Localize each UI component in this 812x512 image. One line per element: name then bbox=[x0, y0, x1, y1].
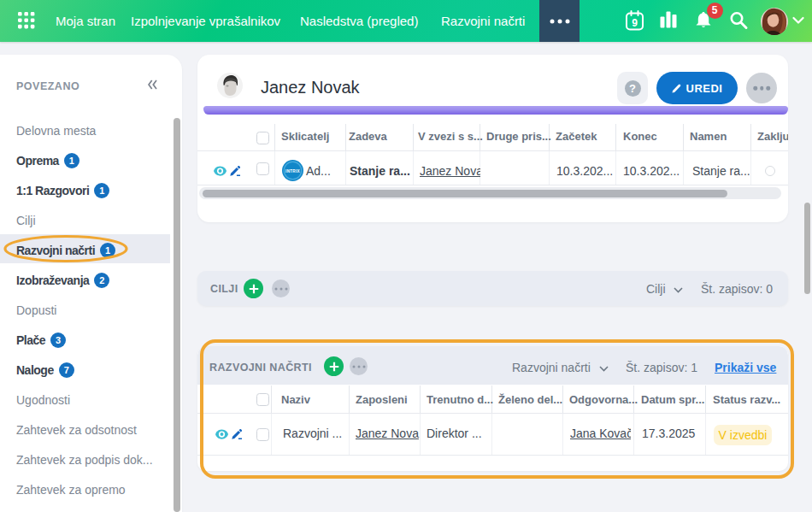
svg-text:9: 9 bbox=[632, 17, 638, 29]
svg-text:INTRIX: INTRIX bbox=[285, 169, 300, 174]
